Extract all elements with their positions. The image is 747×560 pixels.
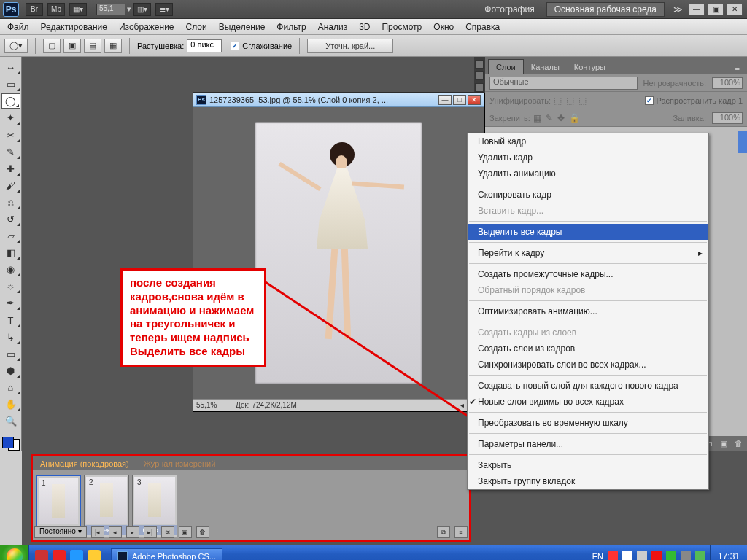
ctx-item[interactable]: Удалить кадр [468, 149, 708, 166]
zoom-field[interactable]: 55,1 [96, 4, 125, 15]
document-titlebar[interactable]: Ps 1257239365_53.jpg @ 55,1% (Слой 0 коп… [193, 93, 484, 107]
antialias-checkbox[interactable]: ✔Сглаживание [231, 42, 292, 50]
tool-path[interactable]: ↳ [1, 330, 20, 345]
tab-paths[interactable]: Контуры [567, 60, 613, 74]
tool-lasso[interactable]: ◯ [1, 93, 20, 109]
menu-layers[interactable]: Слои [180, 22, 213, 32]
tool-move[interactable]: ↔ [1, 60, 20, 75]
ctx-item[interactable]: Преобразовать во временную шкалу [468, 415, 708, 431]
ctx-item[interactable]: Новый кадр [468, 133, 708, 149]
tool-gradient[interactable]: ◧ [1, 245, 20, 260]
first-frame-button[interactable]: |◂ [91, 526, 104, 538]
prev-frame-button[interactable]: ◂ [109, 526, 122, 538]
bridge-button[interactable]: Br [26, 3, 43, 16]
foreground-color[interactable] [2, 437, 14, 448]
menu-window[interactable]: Окно [427, 22, 460, 32]
ctx-item[interactable]: Оптимизировать анимацию... [468, 303, 708, 319]
menu-3d[interactable]: 3D [353, 22, 376, 32]
unify-buttons[interactable]: ⬚⬚⬚ [554, 96, 587, 106]
next-frame-button[interactable]: ▸| [144, 526, 157, 538]
tool-dodge[interactable]: ☼ [1, 279, 20, 294]
tool-brush[interactable]: 🖌 [1, 178, 20, 193]
menu-analysis[interactable]: Анализ [312, 22, 354, 32]
selmode-int[interactable]: ▦ [104, 39, 122, 53]
ql-icon-2[interactable] [53, 550, 66, 560]
lock-buttons[interactable]: ▦✎✥🔒 [533, 113, 580, 123]
ctx-item[interactable]: Параметры панели... [468, 436, 708, 452]
tool-pen[interactable]: ✒ [1, 295, 20, 311]
selmode-new[interactable]: ▢ [43, 39, 61, 53]
new-frame-button[interactable]: ▣ [179, 526, 192, 538]
feather-input[interactable]: 0 пикс [187, 39, 222, 52]
ctx-item[interactable]: Закрыть [468, 457, 708, 473]
tool-history[interactable]: ↺ [1, 211, 20, 227]
tool-type[interactable]: T [1, 312, 20, 327]
tool-blur[interactable]: ◉ [1, 262, 20, 277]
tool-3d[interactable]: ⬢ [1, 363, 20, 378]
workspace-select[interactable]: Основная рабочая среда [546, 2, 665, 17]
start-button[interactable] [0, 545, 29, 560]
selmode-add[interactable]: ▣ [63, 39, 81, 53]
refine-edge-button[interactable]: Уточн. край... [307, 39, 393, 53]
tray-icon-1[interactable] [608, 551, 618, 560]
tool-eyedropper[interactable]: ✎ [1, 144, 20, 160]
window-close-button[interactable]: ✕ [727, 4, 743, 15]
active-tool-icon[interactable]: ◯▾ [4, 39, 28, 53]
tab-animation[interactable]: Анимация (покадровая) [33, 457, 136, 470]
doc-close-button[interactable]: ✕ [468, 95, 481, 105]
ctx-item[interactable]: Синхронизировать слои во всех кадрах... [468, 357, 708, 373]
menu-filter[interactable]: Фильтр [271, 22, 311, 32]
tray-icon-2[interactable] [622, 551, 632, 560]
menu-image[interactable]: Изображение [113, 22, 180, 32]
ctx-item[interactable]: Закрыть группу вкладок [468, 473, 708, 489]
tool-hand[interactable]: ✋ [1, 397, 20, 412]
tool-crop[interactable]: ✂ [1, 127, 20, 142]
selmode-sub[interactable]: ▤ [84, 39, 101, 53]
ctx-item[interactable]: Перейти к кадру▸ [468, 245, 708, 261]
arrange-button[interactable]: ≣▾ [155, 3, 173, 16]
ql-icon-3[interactable] [70, 550, 83, 560]
tray-antivirus-icon[interactable] [651, 551, 662, 560]
doc-minimize-button[interactable]: — [438, 95, 452, 105]
propagate-checkbox[interactable]: ✔Распространить кадр 1 [645, 96, 743, 105]
status-zoom-field[interactable]: 55,1% [193, 401, 231, 409]
delete-frame-button[interactable]: 🗑 [196, 526, 209, 538]
tray-volume-icon[interactable] [637, 551, 647, 560]
ctx-item[interactable]: Скопировать кадр [468, 187, 708, 203]
ctx-item[interactable]: Создать слои из кадров [468, 341, 708, 357]
taskbar-clock[interactable]: 17:31 [710, 545, 747, 560]
color-swatches[interactable] [0, 435, 21, 451]
tool-shape[interactable]: ▭ [1, 346, 20, 362]
taskbar-app-photoshop[interactable]: Adobe Photoshop CS... [111, 548, 222, 560]
language-indicator[interactable]: EN [592, 552, 603, 560]
tween-button[interactable]: ≋ [161, 526, 174, 538]
ql-icon-4[interactable] [88, 550, 101, 560]
tab-measurelog[interactable]: Журнал измерений [136, 457, 223, 470]
tray-icon-7[interactable] [695, 551, 705, 560]
workspace-photo[interactable]: Фотография [477, 4, 541, 15]
panel-menu-icon[interactable]: ≡ [731, 65, 744, 74]
tray-icon-5[interactable] [666, 551, 676, 560]
menu-view[interactable]: Просмотр [376, 22, 427, 32]
newlayer-icon[interactable]: ▣ [720, 439, 727, 448]
minibridge-button[interactable]: Mb [47, 3, 65, 16]
convert-timeline-button[interactable]: ⧉ [437, 526, 450, 538]
viewextras-button[interactable]: ▥▾ [133, 3, 151, 16]
window-maximize-button[interactable]: ▣ [708, 4, 724, 15]
loop-select[interactable]: Постоянно ▾ [34, 526, 87, 538]
blend-mode-select[interactable]: Обычные [489, 77, 638, 90]
status-doc-info[interactable]: Док: 724,2К/2,12М [231, 401, 459, 409]
workspace-more-icon[interactable]: ≫ [673, 4, 683, 15]
tool-heal[interactable]: ✚ [1, 161, 20, 176]
menu-edit[interactable]: Редактирование [35, 22, 113, 32]
tool-3dcam[interactable]: ⌂ [1, 380, 20, 395]
hscroll-left-icon[interactable]: ◂ [459, 401, 465, 409]
ctx-item[interactable]: Выделить все кадры [468, 224, 708, 240]
play-button[interactable]: ▸ [126, 526, 139, 538]
tool-zoom[interactable]: 🔍 [1, 413, 20, 429]
ctx-item[interactable]: Новые слои видимы во всех кадрах✔ [468, 394, 708, 410]
tab-channels[interactable]: Каналы [524, 60, 567, 74]
menu-select[interactable]: Выделение [213, 22, 271, 32]
window-minimize-button[interactable]: — [689, 4, 705, 15]
tool-wand[interactable]: ✦ [1, 110, 20, 125]
